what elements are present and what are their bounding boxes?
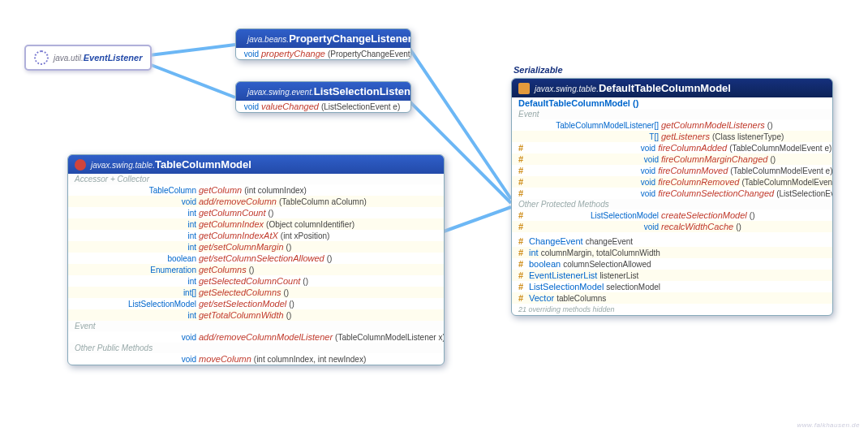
method-row: ListSelectionModel get/setSelectionModel… — [68, 298, 444, 309]
method-row: void add/removeColumn (TableColumn aColu… — [68, 196, 444, 207]
listselectionlistener-box: javax.swing.event.ListSelectionListener … — [235, 81, 411, 113]
section-label: Other Protected Methods — [512, 199, 832, 210]
method-row: #void fireColumnSelectionChanged (ListSe… — [512, 188, 832, 199]
method-row: T[] getListeners (Class listenerType) — [512, 131, 832, 142]
method-row: #void recalcWidthCache () — [512, 221, 832, 232]
method-row: TableColumn getColumn (int columnIndex) — [68, 184, 444, 196]
section-label: Other Public Methods — [68, 343, 444, 353]
interface-icon — [34, 50, 49, 65]
method-row: int getTotalColumnWidth () — [68, 309, 444, 321]
field-row: #int columnMargin, totalColumnWidth — [512, 247, 832, 258]
field-row: #boolean columnSelectionAllowed — [512, 258, 832, 270]
field-row: #EventListenerList listenerList — [512, 270, 832, 281]
tablecolumnmodel-box: javax.swing.table.TableColumnModel Acces… — [67, 154, 445, 365]
method-row: int getSelectedColumnCount () — [68, 275, 444, 287]
method-row: #void fireColumnMarginChanged () — [512, 153, 832, 165]
section-label: Accessor + Collector — [68, 174, 444, 184]
propertychangelistener-box: java.beans.PropertyChangeListener void p… — [235, 28, 411, 60]
constructor: DefaultTableColumnModel () — [518, 98, 638, 108]
method-row: TableColumnModelListener[] getColumnMode… — [512, 119, 832, 131]
method-row: void moveColumn (int columnIndex, int ne… — [68, 353, 444, 365]
method-row: Enumeration getColumns () — [68, 264, 444, 275]
eventlistener-box: java.util.EventListener — [24, 45, 152, 71]
serializable-label: Serializable — [513, 65, 563, 75]
section-label: Event — [68, 321, 444, 331]
credit: www.falkhausen.de — [797, 421, 860, 429]
method-row: #ListSelectionModel createSelectionModel… — [512, 210, 832, 221]
field-row: #Vector tableColumns — [512, 292, 832, 304]
class-icon — [518, 83, 530, 94]
method-row: int getColumnIndex (Object columnIdentif… — [68, 218, 444, 230]
method-row: int get/setColumnMargin () — [68, 241, 444, 253]
method-row: #void fireColumnAdded (TableColumnModelE… — [512, 142, 832, 153]
method-row: int getColumnIndexAtX (int xPosition) — [68, 230, 444, 241]
method-row: int[] getSelectedColumns () — [68, 287, 444, 298]
method-row: void add/removeColumnModelListener (Tabl… — [68, 331, 444, 343]
method-row: #void fireColumnMoved (TableColumnModelE… — [512, 165, 832, 176]
field-row: #ListSelectionModel selectionModel — [512, 281, 832, 292]
field-row: #ChangeEvent changeEvent — [512, 235, 832, 247]
method-row: #void fireColumnRemoved (TableColumnMode… — [512, 176, 832, 188]
method-row: int getColumnCount () — [68, 207, 444, 218]
defaulttablecolumnmodel-box: javax.swing.table.DefaultTableColumnMode… — [511, 78, 833, 316]
method-row: boolean get/setColumnSelectionAllowed () — [68, 253, 444, 264]
section-label: Event — [512, 109, 832, 119]
footer-hidden: 21 overriding methods hidden — [512, 304, 832, 315]
interface-icon — [75, 159, 86, 171]
